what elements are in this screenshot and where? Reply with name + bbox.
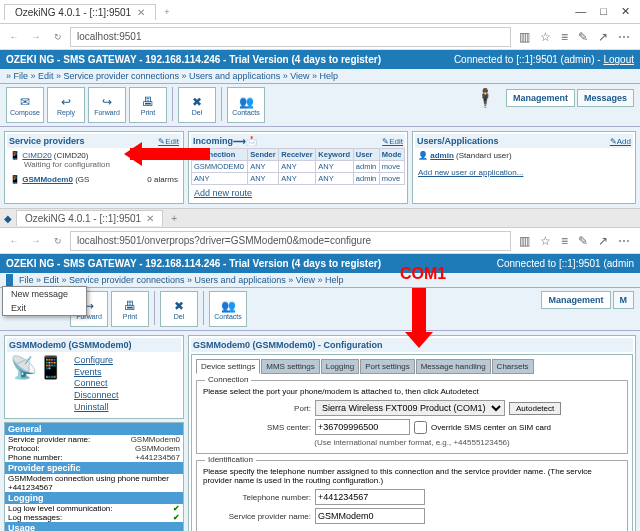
browser-tab[interactable]: OzekiNG 4.0.1 - [::1]:9501 ✕ xyxy=(4,4,156,20)
share-icon[interactable]: ↗ xyxy=(598,30,608,44)
messages-tab-2[interactable]: M xyxy=(613,291,635,309)
gsmmodem0-link[interactable]: GSMModem0 xyxy=(22,175,73,184)
events-link[interactable]: Events xyxy=(74,367,119,379)
url-input-1[interactable] xyxy=(70,27,511,47)
tab-logging[interactable]: Logging xyxy=(321,359,359,374)
users-add-link[interactable]: ✎Add xyxy=(610,137,631,146)
incoming-edit-link[interactable]: ✎Edit xyxy=(382,137,403,146)
telephone-label: Telephone number: xyxy=(203,493,311,502)
forward-button[interactable]: ↪Forward xyxy=(88,87,126,123)
del-label-2: Del xyxy=(174,313,185,320)
configure-link[interactable]: Configure xyxy=(74,355,119,367)
messages-tab[interactable]: Messages xyxy=(577,89,634,107)
file-menu-new-message[interactable]: New message xyxy=(3,287,86,301)
del-button[interactable]: ✖Del xyxy=(178,87,216,123)
config-panel: GSMModem0 (GSMModem0) - Configuration De… xyxy=(188,335,636,531)
check-icon: ✔ xyxy=(173,513,180,522)
sub-new-tab[interactable]: + xyxy=(163,211,185,226)
back-icon[interactable]: ← xyxy=(4,32,24,42)
disconnect-link[interactable]: Disconnect xyxy=(74,390,119,402)
cell: ANY xyxy=(248,173,279,185)
window-minimize-icon[interactable]: — xyxy=(575,5,586,18)
app-title-2: OZEKI NG - SMS GATEWAY - 192.168.114.246… xyxy=(6,258,381,269)
main-menu-1[interactable]: » File » Edit » Service provider connect… xyxy=(0,69,640,84)
telephone-input[interactable] xyxy=(315,489,425,505)
close-tab-icon[interactable]: ✕ xyxy=(137,7,145,18)
file-menu-highlighted[interactable] xyxy=(6,274,13,286)
more-icon-2[interactable]: ⋯ xyxy=(618,234,630,248)
contacts-button-2[interactable]: 👥Contacts xyxy=(209,291,247,327)
management-tab[interactable]: Management xyxy=(506,89,575,107)
conn-status-1: Connected to [::1]:9501 (admin) - xyxy=(454,54,604,65)
hub-icon[interactable]: ≡ xyxy=(561,30,568,44)
conn-status-2: Connected to [::1]:9501 (admin xyxy=(497,258,634,269)
menu-items-2[interactable]: File » Edit » Service provider connectio… xyxy=(19,275,344,285)
toolbar-sep-3 xyxy=(154,291,155,325)
table-row[interactable]: ANYANYANYANYadminmove xyxy=(192,173,405,185)
star-icon-2[interactable]: ☆ xyxy=(540,234,551,248)
refresh-icon-2[interactable]: ↻ xyxy=(48,236,68,246)
cimd20-link[interactable]: CIMD20 xyxy=(22,151,51,160)
val: GSMModem0 xyxy=(131,435,180,444)
override-checkbox[interactable] xyxy=(414,421,427,434)
close-subtab-icon[interactable]: ✕ xyxy=(146,213,154,224)
refresh-icon[interactable]: ↻ xyxy=(48,32,68,42)
identification-fieldset: Identification Please specify the teleph… xyxy=(196,460,628,531)
reply-button[interactable]: ↩Reply xyxy=(47,87,85,123)
new-tab-button[interactable]: + xyxy=(156,5,177,19)
hub-icon-2[interactable]: ≡ xyxy=(561,234,568,248)
connect-link[interactable]: Connect xyxy=(74,378,119,390)
management-tab-2[interactable]: Management xyxy=(541,291,610,309)
back-icon-2[interactable]: ← xyxy=(4,236,24,246)
star-icon[interactable]: ☆ xyxy=(540,30,551,44)
tab-device-settings[interactable]: Device settings xyxy=(196,359,260,374)
tab-charsets[interactable]: Charsets xyxy=(492,359,534,374)
address-bar-1: ← → ↻ ▥ ☆ ≡ ✎ ↗ ⋯ xyxy=(0,24,640,50)
uninstall-link[interactable]: Uninstall xyxy=(74,402,119,414)
forward-icon[interactable]: → xyxy=(26,32,46,42)
left-column: GSMModem0 (GSMModem0) 📡📱 Configure Event… xyxy=(4,335,184,531)
print-button-2[interactable]: 🖶Print xyxy=(111,291,149,327)
notes-icon[interactable]: ✎ xyxy=(578,30,588,44)
toolbar-2: ↪Forward 🖶Print ✖Del 👥Contacts Managemen… xyxy=(0,288,640,331)
print-icon: 🖶 xyxy=(142,95,154,109)
reading-icon-2[interactable]: ▥ xyxy=(519,234,530,248)
window-close-icon[interactable]: ✕ xyxy=(621,5,630,18)
th-sender: Sender xyxy=(248,149,279,161)
main-menu-2[interactable]: File » Edit » Service provider connectio… xyxy=(0,273,640,288)
users-title: Users/Applications xyxy=(417,136,499,146)
print-label-2: Print xyxy=(123,313,137,320)
autodetect-button[interactable]: Autodetect xyxy=(509,402,561,415)
menu-items-1[interactable]: » File » Edit » Service provider connect… xyxy=(6,71,338,81)
modem-panel: GSMModem0 (GSMModem0) 📡📱 Configure Event… xyxy=(4,335,184,419)
lbl: Protocol: xyxy=(8,444,40,453)
url-input-2[interactable] xyxy=(70,231,511,251)
compose-button[interactable]: ✉Compose xyxy=(6,87,44,123)
sub-tab[interactable]: OzekiNG 4.0.1 - [::1]:9501✕ xyxy=(16,210,163,226)
add-user-link[interactable]: Add new user or application... xyxy=(418,168,630,177)
share-icon-2[interactable]: ↗ xyxy=(598,234,608,248)
cell: ANY xyxy=(192,173,248,185)
spn-input[interactable] xyxy=(315,508,425,524)
logout-link[interactable]: Logout xyxy=(603,54,634,65)
table-row[interactable]: GSMMODEM0ANYANYANYadminmove xyxy=(192,161,405,173)
panel-edit-link[interactable]: ✎Edit xyxy=(158,137,179,146)
forward-icon-2[interactable]: → xyxy=(26,236,46,246)
port-select[interactable]: Sierra Wireless FXT009 Product (COM1) xyxy=(315,400,505,416)
toolbar-1: ✉Compose ↩Reply ↪Forward 🖶Print ✖Del 👥Co… xyxy=(0,84,640,127)
contacts-button[interactable]: 👥Contacts xyxy=(227,87,265,123)
incoming-title: Incoming xyxy=(193,136,233,146)
admin-link[interactable]: admin xyxy=(430,151,454,160)
sms-center-input[interactable] xyxy=(315,419,410,435)
cell: admin xyxy=(353,173,379,185)
notes-icon-2[interactable]: ✎ xyxy=(578,234,588,248)
toolbar-sep-4 xyxy=(203,291,204,325)
file-menu-exit[interactable]: Exit xyxy=(3,301,86,315)
print-button[interactable]: 🖶Print xyxy=(129,87,167,123)
del-button-2[interactable]: ✖Del xyxy=(160,291,198,327)
add-route-link[interactable]: Add new route xyxy=(191,185,405,201)
window-maximize-icon[interactable]: □ xyxy=(600,5,607,18)
reading-icon[interactable]: ▥ xyxy=(519,30,530,44)
more-icon[interactable]: ⋯ xyxy=(618,30,630,44)
tab-mms-settings[interactable]: MMS settings xyxy=(261,359,319,374)
